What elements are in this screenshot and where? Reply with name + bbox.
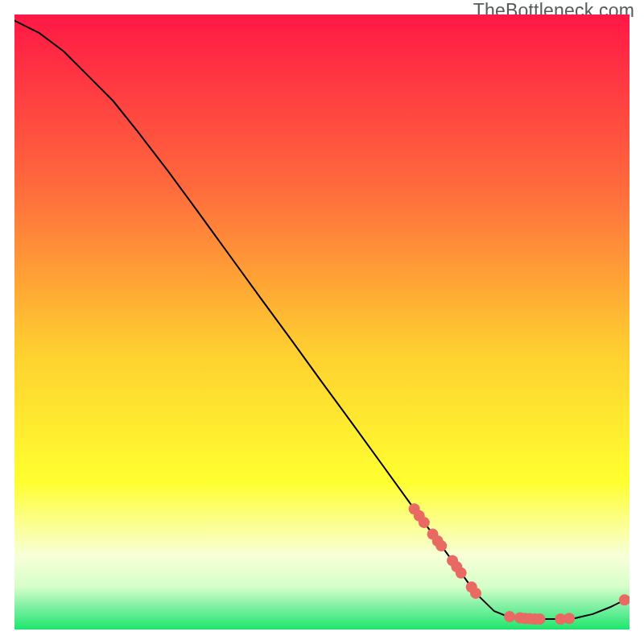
data-point <box>470 588 481 599</box>
data-point <box>436 540 447 551</box>
plot-area <box>14 14 630 630</box>
data-point <box>456 568 467 579</box>
chart-stage: TheBottleneck.com <box>0 0 644 644</box>
data-point <box>419 517 430 528</box>
data-point <box>535 613 546 625</box>
chart-svg <box>14 14 630 630</box>
data-point <box>564 613 575 624</box>
data-point <box>504 611 515 622</box>
gradient-background <box>14 14 630 630</box>
